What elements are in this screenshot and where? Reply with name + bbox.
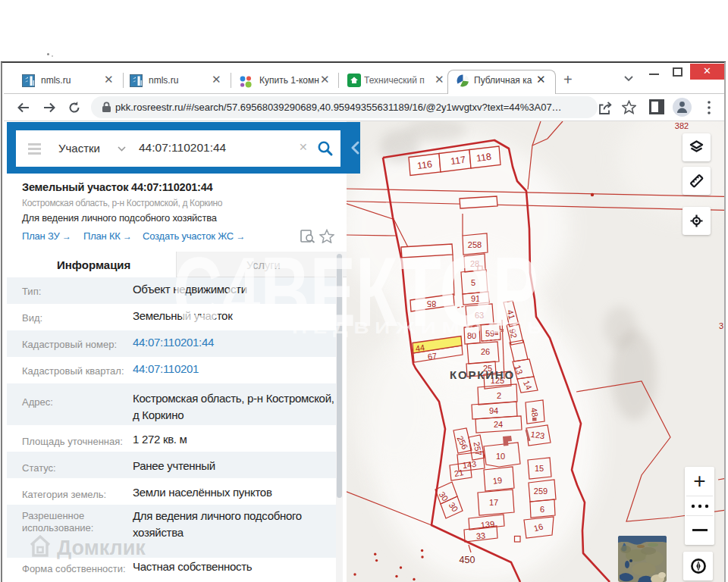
svg-text:94: 94 (489, 406, 498, 415)
svg-text:143: 143 (462, 459, 477, 470)
svg-text:28: 28 (470, 259, 479, 268)
svg-text:123: 123 (530, 430, 545, 440)
svg-text:44: 44 (415, 343, 425, 353)
svg-text:259: 259 (534, 487, 548, 496)
svg-text:80: 80 (467, 331, 476, 340)
svg-text:450: 450 (460, 555, 475, 565)
svg-text:258: 258 (468, 240, 482, 249)
svg-text:382: 382 (675, 121, 689, 130)
svg-text:15: 15 (535, 464, 544, 473)
svg-text:63: 63 (475, 311, 484, 320)
svg-text:21: 21 (453, 468, 464, 478)
svg-text:10: 10 (496, 452, 505, 461)
svg-text:48: 48 (529, 407, 540, 418)
svg-text:118: 118 (475, 152, 492, 164)
svg-text:67: 67 (427, 351, 438, 361)
svg-text:2: 2 (497, 391, 501, 400)
svg-text:3: 3 (719, 321, 723, 330)
svg-text:59: 59 (485, 329, 494, 338)
svg-text:91: 91 (471, 294, 480, 303)
svg-text:139: 139 (480, 519, 495, 530)
svg-text:19: 19 (492, 475, 503, 486)
svg-text:17: 17 (489, 498, 498, 507)
svg-text:117: 117 (450, 155, 466, 167)
svg-text:6: 6 (540, 505, 544, 514)
svg-text:92: 92 (508, 328, 519, 339)
svg-text:24: 24 (494, 420, 503, 429)
svg-text:5: 5 (471, 278, 475, 287)
svg-text:26: 26 (481, 347, 490, 356)
svg-text:85: 85 (427, 299, 436, 308)
svg-text:КОРКИНО: КОРКИНО (450, 368, 515, 381)
svg-text:116: 116 (416, 159, 433, 172)
svg-text:33: 33 (475, 530, 485, 540)
